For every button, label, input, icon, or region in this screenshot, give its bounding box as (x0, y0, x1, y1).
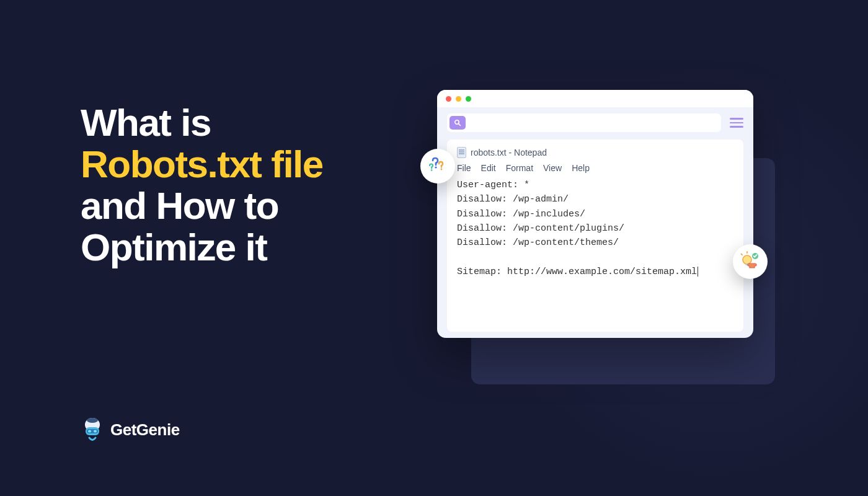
browser-window: robots.txt - Notepad File Edit Format Vi… (437, 90, 753, 338)
robots-line: Disallow: /wp-content/plugins/ (457, 223, 624, 234)
robots-line: Disallow: /wp-content/themes/ (457, 237, 619, 248)
headline-line-2: Robots.txt file (81, 144, 323, 185)
url-bar (447, 113, 721, 132)
search-icon (450, 116, 466, 130)
notepad-menu: File Edit Format View Help (457, 163, 733, 173)
menu-view: View (543, 163, 562, 173)
menu-file: File (457, 163, 471, 173)
headline: What is Robots.txt file and How to Optim… (81, 102, 323, 268)
svg-point-8 (435, 166, 436, 168)
traffic-light-zoom-icon (466, 96, 471, 102)
notepad-title-row: robots.txt - Notepad (457, 147, 733, 158)
robots-line: Disallow: /wp-admin/ (457, 194, 569, 205)
svg-line-14 (742, 254, 743, 255)
brand-logo: GetGenie (81, 416, 180, 443)
robots-line: Disallow: /wp-includes/ (457, 209, 585, 219)
headline-line-1: What is (81, 102, 323, 144)
svg-point-9 (441, 169, 443, 170)
headline-line-3: and How to (81, 185, 323, 227)
svg-line-7 (459, 124, 461, 126)
svg-point-5 (87, 418, 98, 423)
traffic-light-close-icon (446, 96, 451, 102)
window-titlebar (437, 90, 753, 107)
traffic-light-minimize-icon (456, 96, 461, 102)
hamburger-menu-icon (730, 118, 743, 128)
svg-rect-4 (94, 430, 97, 433)
genie-icon (81, 416, 104, 443)
robots-line: Sitemap: http://www.example.com/sitemap.… (457, 267, 698, 277)
svg-point-10 (431, 169, 433, 171)
notepad-title: robots.txt - Notepad (471, 148, 547, 157)
menu-help: Help (572, 163, 590, 173)
notepad-body: User-agent: * Disallow: /wp-admin/ Disal… (457, 178, 733, 279)
idea-badge (733, 244, 768, 279)
menu-edit: Edit (481, 163, 496, 173)
headline-line-4: Optimize it (81, 227, 323, 268)
lightbulb-puzzle-icon (740, 251, 761, 272)
menu-format: Format (506, 163, 533, 173)
browser-toolbar (437, 107, 753, 140)
question-badge (420, 149, 455, 184)
svg-point-11 (743, 255, 751, 264)
robots-line: User-agent: * (457, 180, 529, 190)
text-file-icon (457, 147, 466, 158)
notepad-panel: robots.txt - Notepad File Edit Format Vi… (447, 140, 743, 332)
brand-name: GetGenie (110, 420, 180, 440)
svg-rect-3 (88, 430, 91, 433)
question-marks-icon (427, 156, 448, 177)
